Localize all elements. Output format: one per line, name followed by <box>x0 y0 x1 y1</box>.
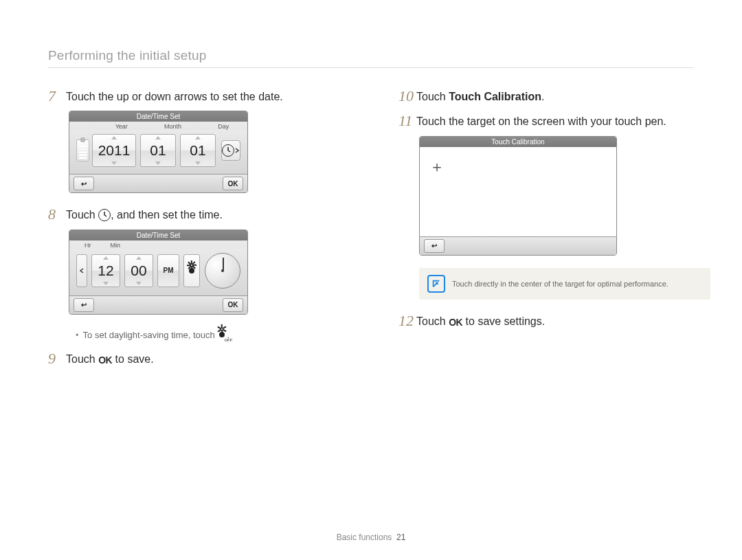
step-number: 12 <box>398 312 416 330</box>
footer-section-label: Basic functions <box>337 533 392 542</box>
label-day: Day <box>218 123 229 130</box>
screenshot-date-set: Date/Time Set Year Month Day 2011 01 01 <box>69 111 248 193</box>
left-column: 7 Touch the up or down arrows to set the… <box>48 80 337 373</box>
tip-note: Touch directly in the center of the targ… <box>419 268 710 300</box>
step-text: Touch , and then set the time. <box>66 205 223 223</box>
label-month: Month <box>164 123 181 130</box>
clock-icon <box>98 209 111 221</box>
day-spinner[interactable]: 01 <box>180 134 216 167</box>
label-year: Year <box>115 123 128 130</box>
step-text: Touch OK to save settings. <box>416 312 545 330</box>
step-text: Touch the up or down arrows to set the d… <box>66 87 283 105</box>
step-number: 11 <box>398 112 416 130</box>
time-field-labels: Hr Min <box>69 240 247 249</box>
screenshot-time-set: Date/Time Set Hr Min 12 00 PM <box>69 229 248 315</box>
minute-spinner[interactable]: 00 <box>124 254 153 287</box>
ok-glyph: OK <box>449 315 462 330</box>
screen-title: Touch Calibration <box>420 137 616 147</box>
time-mode-button[interactable] <box>221 140 240 161</box>
right-column: 10 Touch Touch Calibration. 11 Touch the… <box>398 80 694 373</box>
step-text: Touch the target on the screen with your… <box>416 112 666 130</box>
analog-clock-icon <box>205 253 240 289</box>
step-9: 9 Touch OK to save. <box>48 350 337 368</box>
date-mode-button[interactable] <box>76 254 87 287</box>
calendar-icon <box>76 139 89 161</box>
step-number: 9 <box>48 350 66 368</box>
back-button[interactable]: ↩ <box>74 298 94 312</box>
step-7: 7 Touch the up or down arrows to set the… <box>48 87 337 105</box>
step-number: 8 <box>48 205 66 223</box>
ok-glyph: OK <box>98 353 112 368</box>
manual-page: Performing the initial setup 7 Touch the… <box>0 0 742 560</box>
year-spinner[interactable]: 2011 <box>92 134 136 167</box>
clock-icon <box>222 144 234 157</box>
sun-off-icon <box>187 266 196 276</box>
ok-button[interactable]: OK <box>223 177 243 190</box>
note-icon <box>427 275 445 293</box>
step-number: 7 <box>48 87 66 105</box>
dst-toggle[interactable] <box>183 254 200 287</box>
back-button[interactable]: ↩ <box>74 177 94 190</box>
page-number: 21 <box>396 533 405 542</box>
screenshot-touch-calibration: Touch Calibration ＋ ↩ <box>419 136 617 256</box>
calibration-area[interactable]: ＋ <box>420 147 616 236</box>
screen-title: Date/Time Set <box>69 111 247 122</box>
section-title: Performing the initial setup <box>48 48 694 68</box>
step-text: Touch OK to save. <box>66 350 154 368</box>
svg-line-1 <box>228 150 230 152</box>
note-text: Touch directly in the center of the targ… <box>452 280 668 288</box>
ampm-toggle[interactable]: PM <box>157 254 179 287</box>
svg-line-3 <box>104 215 106 216</box>
two-column-layout: 7 Touch the up or down arrows to set the… <box>48 80 694 373</box>
page-footer: Basic functions 21 <box>0 533 742 542</box>
step-8: 8 Touch , and then set the time. <box>48 205 337 223</box>
hour-spinner[interactable]: 12 <box>91 254 120 287</box>
month-spinner[interactable]: 01 <box>140 134 176 167</box>
chevron-left-icon <box>79 268 85 273</box>
sun-off-icon: OFF <box>217 330 227 339</box>
step-8-note: To set daylight-saving time, touch OFF . <box>48 327 337 343</box>
calibration-target-icon[interactable]: ＋ <box>429 157 445 177</box>
step-12: 12 Touch OK to save settings. <box>398 312 694 330</box>
ok-button[interactable]: OK <box>223 298 243 312</box>
screen-title: Date/Time Set <box>69 230 247 240</box>
step-10: 10 Touch Touch Calibration. <box>398 87 694 105</box>
date-field-labels: Year Month Day <box>69 122 247 130</box>
step-11: 11 Touch the target on the screen with y… <box>398 112 694 130</box>
label-hr: Hr <box>85 242 91 249</box>
back-button[interactable]: ↩ <box>424 239 445 253</box>
step-text: Touch Touch Calibration. <box>416 87 544 105</box>
chevron-right-icon <box>234 148 240 153</box>
step-number: 10 <box>398 87 416 105</box>
label-min: Min <box>111 242 121 249</box>
